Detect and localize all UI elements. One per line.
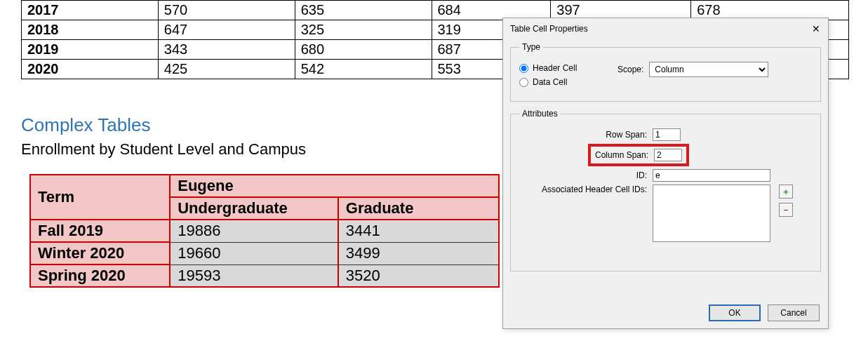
table-cell-properties-dialog: Table Cell Properties ✕ Type Header Cell… xyxy=(502,18,829,329)
scope-select[interactable]: Column xyxy=(649,62,768,77)
row-span-label: Row Span: xyxy=(519,130,653,140)
id-input[interactable] xyxy=(653,169,770,182)
data-cell: 325 xyxy=(295,20,432,40)
value-cell: 19886 xyxy=(170,220,338,242)
header-cell-radio[interactable] xyxy=(519,64,528,73)
header-undergrad: Undergraduate xyxy=(170,197,338,220)
type-legend: Type xyxy=(519,42,543,52)
header-grad: Graduate xyxy=(338,197,499,220)
data-cell: 635 xyxy=(295,1,432,20)
term-cell: Winter 2020 xyxy=(30,242,170,264)
type-group: Type Header Cell Data Cell Scope: Column xyxy=(510,42,821,102)
column-span-highlight: Column Span: xyxy=(588,144,689,166)
data-cell: 680 xyxy=(295,40,432,60)
row-span-input[interactable] xyxy=(653,128,681,141)
year-cell: 2018 xyxy=(22,20,159,40)
term-cell: Spring 2020 xyxy=(30,264,170,287)
associated-ids-label: Associated Header Cell IDs: xyxy=(519,185,653,194)
id-label: ID: xyxy=(519,170,653,180)
data-cell: 570 xyxy=(158,1,295,20)
enrollment-table: Term Eugene Undergraduate Graduate Fall … xyxy=(29,174,500,288)
value-cell: 3499 xyxy=(338,242,499,264)
close-icon[interactable]: ✕ xyxy=(810,22,822,35)
value-cell: 3520 xyxy=(338,264,499,287)
data-cell-label: Data Cell xyxy=(533,77,567,87)
attributes-legend: Attributes xyxy=(519,109,561,119)
associated-ids-input[interactable] xyxy=(653,185,770,242)
value-cell: 19660 xyxy=(170,242,338,264)
data-cell: 425 xyxy=(158,60,295,79)
header-campus: Eugene xyxy=(170,175,499,197)
data-cell: 343 xyxy=(158,40,295,60)
year-cell: 2019 xyxy=(22,40,159,60)
year-cell: 2017 xyxy=(22,1,159,20)
term-cell: Fall 2019 xyxy=(30,220,170,242)
value-cell: 3441 xyxy=(338,220,499,242)
data-cell: 542 xyxy=(295,60,432,79)
year-cell: 2020 xyxy=(22,60,159,79)
data-cell: 647 xyxy=(158,20,295,40)
data-cell-radio[interactable] xyxy=(519,78,528,87)
column-span-label: Column Span: xyxy=(595,150,654,160)
scope-label: Scope: xyxy=(617,65,649,74)
cancel-button[interactable]: Cancel xyxy=(768,304,820,321)
ok-button[interactable]: OK xyxy=(709,304,761,321)
value-cell: 19593 xyxy=(170,264,338,287)
header-cell-label: Header Cell xyxy=(533,63,577,73)
attributes-group: Attributes Row Span: Column Span: ID: As… xyxy=(510,109,821,272)
column-span-input[interactable] xyxy=(654,149,682,161)
add-icon[interactable]: ＋ xyxy=(779,185,793,199)
dialog-title: Table Cell Properties xyxy=(510,24,588,34)
header-term: Term xyxy=(30,175,170,220)
remove-icon[interactable]: － xyxy=(779,203,793,217)
